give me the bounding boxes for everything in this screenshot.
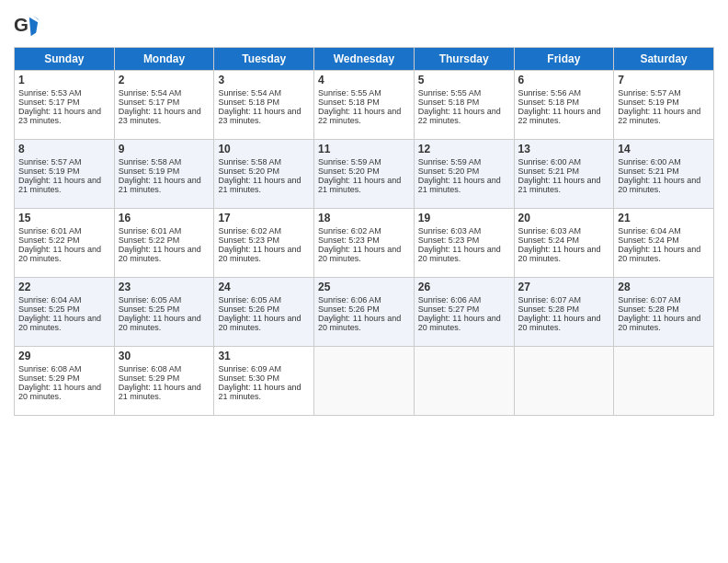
sunset-text: Sunset: 5:28 PM xyxy=(618,304,679,314)
daylight-text: Daylight: 11 hours and 20 minutes. xyxy=(18,245,101,263)
day-number: 11 xyxy=(318,143,410,155)
calendar-header-cell: Saturday xyxy=(614,48,714,71)
sunrise-text: Sunrise: 6:05 AM xyxy=(218,295,281,304)
day-number: 22 xyxy=(18,281,110,293)
day-number: 1 xyxy=(18,74,110,86)
daylight-text: Daylight: 11 hours and 20 minutes. xyxy=(18,383,101,401)
sunset-text: Sunset: 5:23 PM xyxy=(318,236,380,245)
sunrise-text: Sunrise: 6:08 AM xyxy=(119,364,182,373)
day-number: 21 xyxy=(618,212,710,224)
calendar-row: 29Sunrise: 6:08 AMSunset: 5:29 PMDayligh… xyxy=(15,347,714,416)
day-number: 10 xyxy=(218,143,310,155)
calendar-body: 1Sunrise: 5:53 AMSunset: 5:17 PMDaylight… xyxy=(15,71,714,416)
calendar-cell xyxy=(614,347,714,416)
sunrise-text: Sunrise: 6:07 AM xyxy=(618,295,681,304)
svg-marker-1 xyxy=(29,17,38,37)
sunset-text: Sunset: 5:28 PM xyxy=(518,304,580,314)
calendar-cell: 9Sunrise: 5:58 AMSunset: 5:19 PMDaylight… xyxy=(114,140,214,209)
calendar-cell xyxy=(314,347,415,416)
day-number: 27 xyxy=(518,281,610,293)
calendar-cell xyxy=(514,347,614,416)
calendar-cell: 16Sunrise: 6:01 AMSunset: 5:22 PMDayligh… xyxy=(114,209,214,278)
sunrise-text: Sunrise: 5:57 AM xyxy=(618,88,681,98)
calendar-row: 1Sunrise: 5:53 AMSunset: 5:17 PMDaylight… xyxy=(15,71,714,140)
page: G SundayMondayTuesdayWednesdayThursdayFr… xyxy=(0,0,728,563)
sunset-text: Sunset: 5:20 PM xyxy=(218,167,279,176)
daylight-text: Daylight: 11 hours and 22 minutes. xyxy=(418,107,501,125)
calendar-cell: 17Sunrise: 6:02 AMSunset: 5:23 PMDayligh… xyxy=(214,209,314,278)
day-number: 14 xyxy=(618,143,710,155)
sunset-text: Sunset: 5:22 PM xyxy=(18,236,80,245)
sunset-text: Sunset: 5:30 PM xyxy=(218,373,279,383)
daylight-text: Daylight: 11 hours and 20 minutes. xyxy=(218,245,301,263)
day-number: 2 xyxy=(119,74,210,86)
daylight-text: Daylight: 11 hours and 20 minutes. xyxy=(518,314,601,332)
daylight-text: Daylight: 11 hours and 23 minutes. xyxy=(218,107,301,125)
sunrise-text: Sunrise: 6:06 AM xyxy=(418,295,482,304)
sunset-text: Sunset: 5:20 PM xyxy=(318,167,380,176)
sunset-text: Sunset: 5:22 PM xyxy=(119,236,180,245)
calendar-cell: 20Sunrise: 6:03 AMSunset: 5:24 PMDayligh… xyxy=(514,209,614,278)
calendar-row: 15Sunrise: 6:01 AMSunset: 5:22 PMDayligh… xyxy=(15,209,714,278)
header: G xyxy=(14,9,714,40)
calendar-cell: 24Sunrise: 6:05 AMSunset: 5:26 PMDayligh… xyxy=(214,278,314,347)
daylight-text: Daylight: 11 hours and 21 minutes. xyxy=(318,176,401,194)
calendar-cell: 18Sunrise: 6:02 AMSunset: 5:23 PMDayligh… xyxy=(314,209,415,278)
sunset-text: Sunset: 5:24 PM xyxy=(518,236,580,245)
calendar-cell: 21Sunrise: 6:04 AMSunset: 5:24 PMDayligh… xyxy=(614,209,714,278)
sunrise-text: Sunrise: 6:00 AM xyxy=(518,157,582,167)
day-number: 5 xyxy=(418,74,510,86)
svg-marker-2 xyxy=(33,16,40,21)
daylight-text: Daylight: 11 hours and 20 minutes. xyxy=(618,176,700,194)
calendar-cell: 12Sunrise: 5:59 AMSunset: 5:20 PMDayligh… xyxy=(414,140,514,209)
daylight-text: Daylight: 11 hours and 20 minutes. xyxy=(318,314,401,332)
calendar-cell: 11Sunrise: 5:59 AMSunset: 5:20 PMDayligh… xyxy=(314,140,415,209)
day-number: 29 xyxy=(18,350,110,362)
sunrise-text: Sunrise: 5:53 AM xyxy=(18,88,82,98)
sunset-text: Sunset: 5:25 PM xyxy=(119,304,180,314)
day-number: 26 xyxy=(418,281,510,293)
daylight-text: Daylight: 11 hours and 22 minutes. xyxy=(518,107,601,125)
day-number: 8 xyxy=(18,143,110,155)
sunset-text: Sunset: 5:21 PM xyxy=(518,167,580,176)
daylight-text: Daylight: 11 hours and 20 minutes. xyxy=(518,245,601,263)
sunset-text: Sunset: 5:21 PM xyxy=(618,167,679,176)
day-number: 30 xyxy=(119,350,210,362)
sunset-text: Sunset: 5:25 PM xyxy=(18,304,80,314)
sunrise-text: Sunrise: 5:55 AM xyxy=(418,88,482,98)
daylight-text: Daylight: 11 hours and 20 minutes. xyxy=(418,314,501,332)
daylight-text: Daylight: 11 hours and 20 minutes. xyxy=(218,314,301,332)
svg-text:G: G xyxy=(14,14,28,35)
calendar-cell: 6Sunrise: 5:56 AMSunset: 5:18 PMDaylight… xyxy=(514,71,614,140)
day-number: 13 xyxy=(518,143,610,155)
sunrise-text: Sunrise: 6:06 AM xyxy=(318,295,381,304)
day-number: 24 xyxy=(218,281,310,293)
calendar-cell: 28Sunrise: 6:07 AMSunset: 5:28 PMDayligh… xyxy=(614,278,714,347)
day-number: 12 xyxy=(418,143,510,155)
calendar-header-cell: Tuesday xyxy=(214,48,314,71)
sunrise-text: Sunrise: 6:05 AM xyxy=(119,295,182,304)
calendar-cell: 3Sunrise: 5:54 AMSunset: 5:18 PMDaylight… xyxy=(214,71,314,140)
calendar-header-cell: Friday xyxy=(514,48,614,71)
sunset-text: Sunset: 5:17 PM xyxy=(119,98,180,107)
calendar-header-cell: Monday xyxy=(114,48,214,71)
calendar-cell: 14Sunrise: 6:00 AMSunset: 5:21 PMDayligh… xyxy=(614,140,714,209)
sunset-text: Sunset: 5:19 PM xyxy=(18,167,80,176)
sunset-text: Sunset: 5:24 PM xyxy=(618,236,679,245)
calendar-cell: 23Sunrise: 6:05 AMSunset: 5:25 PMDayligh… xyxy=(114,278,214,347)
day-number: 16 xyxy=(119,212,210,224)
day-number: 18 xyxy=(318,212,410,224)
daylight-text: Daylight: 11 hours and 20 minutes. xyxy=(119,314,201,332)
daylight-text: Daylight: 11 hours and 21 minutes. xyxy=(518,176,601,194)
sunrise-text: Sunrise: 5:54 AM xyxy=(119,88,182,98)
sunrise-text: Sunrise: 5:58 AM xyxy=(218,157,281,167)
sunrise-text: Sunrise: 5:59 AM xyxy=(418,157,482,167)
sunrise-text: Sunrise: 5:56 AM xyxy=(518,88,582,98)
sunrise-text: Sunrise: 6:03 AM xyxy=(518,226,582,236)
daylight-text: Daylight: 11 hours and 21 minutes. xyxy=(218,176,301,194)
daylight-text: Daylight: 11 hours and 22 minutes. xyxy=(618,107,700,125)
daylight-text: Daylight: 11 hours and 20 minutes. xyxy=(318,245,401,263)
calendar-cell: 2Sunrise: 5:54 AMSunset: 5:17 PMDaylight… xyxy=(114,71,214,140)
sunset-text: Sunset: 5:19 PM xyxy=(119,167,180,176)
calendar-header-cell: Sunday xyxy=(15,48,115,71)
